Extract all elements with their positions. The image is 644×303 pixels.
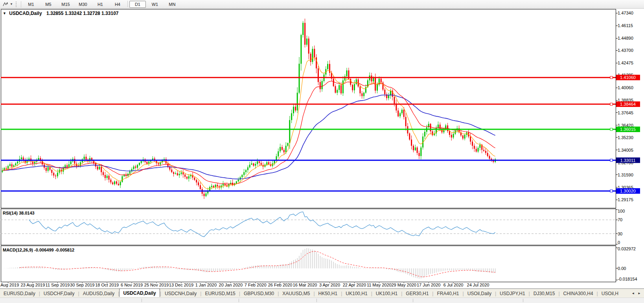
svg-text:1.43700: 1.43700 bbox=[618, 48, 633, 53]
status-bar-separator bbox=[316, 299, 317, 302]
chart-tab-fra40-h1[interactable]: FRA40,H1 bbox=[433, 290, 462, 297]
svg-text:1.31590: 1.31590 bbox=[618, 173, 633, 177]
svg-text:70: 70 bbox=[618, 217, 622, 222]
chart-ohlc-values: 1.32855 1.33242 1.32728 1.33107 bbox=[46, 11, 119, 16]
rsi-indicator-label: RSI(14) 38.0143 bbox=[3, 211, 35, 215]
svg-text:6 Jul 2020: 6 Jul 2020 bbox=[443, 283, 464, 287]
svg-text:1.41060: 1.41060 bbox=[620, 75, 636, 80]
svg-text:22 Apr 2020: 22 Apr 2020 bbox=[343, 283, 366, 287]
chart-tab-eurusd-m15[interactable]: EURUSD,M15 bbox=[201, 290, 239, 297]
toolbar-separator bbox=[127, 1, 128, 7]
timeframe-buttons: M1M5M15M30H1H4D1W1MN bbox=[22, 1, 181, 8]
time-axis[interactable]: 5 Aug 201923 Aug 201911 Sep 201930 Sep 2… bbox=[0, 282, 489, 287]
macd-axis: 0.0329720.00-0.018154 bbox=[616, 246, 637, 281]
chart-tab-uk100-h1[interactable]: UK100,H1 bbox=[372, 290, 401, 297]
svg-text:1.44890: 1.44890 bbox=[618, 36, 633, 40]
svg-text:24 Jul 2020: 24 Jul 2020 bbox=[467, 283, 489, 287]
timeframe-button-m15[interactable]: M15 bbox=[57, 1, 74, 8]
tab-scroll-left-icon[interactable]: ◄ bbox=[630, 291, 636, 296]
svg-text:0: 0 bbox=[618, 240, 620, 245]
svg-text:5 Aug 2019: 5 Aug 2019 bbox=[0, 283, 19, 287]
chart-tab-china300-h4[interactable]: CHINA300,H4 bbox=[560, 290, 597, 297]
svg-text:11 Sep 2019: 11 Sep 2019 bbox=[46, 283, 70, 287]
timeframe-button-m5[interactable]: M5 bbox=[40, 1, 57, 8]
chart-tab-usdcad-daily[interactable]: USDCAD,Daily bbox=[119, 288, 160, 297]
toolbar-grip[interactable] bbox=[16, 2, 18, 7]
svg-text:25 Nov 2019: 25 Nov 2019 bbox=[144, 283, 169, 287]
svg-text:0.00: 0.00 bbox=[618, 266, 626, 271]
chart-tab-eurusd-daily[interactable]: EURUSD,Daily bbox=[0, 290, 39, 297]
chart-tab-usdcnh-daily[interactable]: USDCNH,Daily bbox=[161, 290, 200, 297]
rsi-axis: 10070300 bbox=[616, 209, 625, 245]
timeframe-button-m1[interactable]: M1 bbox=[23, 1, 39, 8]
svg-text:-0.018154: -0.018154 bbox=[618, 277, 637, 281]
tab-scroll-buttons: ◄ ► bbox=[630, 291, 644, 296]
status-bar-separator bbox=[142, 299, 142, 302]
svg-text:16 Mar 2020: 16 Mar 2020 bbox=[293, 283, 317, 287]
timeframe-button-d1[interactable]: D1 bbox=[129, 1, 146, 8]
svg-text:18 Oct 2019: 18 Oct 2019 bbox=[95, 283, 119, 287]
svg-text:0.032972: 0.032972 bbox=[618, 246, 636, 251]
svg-text:1.29175: 1.29175 bbox=[618, 197, 633, 202]
chart-tab-audusd-daily[interactable]: AUDUSD,Daily bbox=[79, 290, 118, 297]
svg-text:1.47340: 1.47340 bbox=[618, 11, 633, 15]
chart-tab-usdchf-daily[interactable]: USDCHF,Daily bbox=[40, 290, 78, 297]
svg-text:1.38464: 1.38464 bbox=[620, 102, 636, 107]
top-toolbar: ▼ M1M5M15M30H1H4D1W1MN bbox=[0, 0, 644, 9]
chart-tab-bar: EURUSD,Daily|USDCHF,Daily|AUDUSD,Daily|U… bbox=[0, 288, 644, 298]
svg-text:30 Sep 2019: 30 Sep 2019 bbox=[70, 283, 94, 287]
svg-text:100: 100 bbox=[618, 209, 625, 213]
chart-tab-gbpusd-m30[interactable]: GBPUSD,M30 bbox=[240, 290, 278, 297]
chart-tab-xauusd-m5[interactable]: XAUUSD,M5 bbox=[279, 290, 313, 297]
chart-symbol: USDCAD,Daily bbox=[9, 11, 42, 16]
svg-text:7 Feb 2020: 7 Feb 2020 bbox=[245, 283, 267, 287]
status-bar bbox=[0, 297, 644, 303]
svg-text:11 May 2020: 11 May 2020 bbox=[367, 283, 392, 287]
chart-canvas[interactable]: 1.473401.461151.448901.437001.424751.412… bbox=[0, 0, 644, 288]
toolbar-separator bbox=[21, 1, 21, 7]
svg-text:26 Feb 2020: 26 Feb 2020 bbox=[268, 283, 293, 287]
svg-text:6 Nov 2019: 6 Nov 2019 bbox=[121, 283, 143, 287]
timeframe-button-w1[interactable]: W1 bbox=[147, 1, 163, 8]
svg-text:1.30020: 1.30020 bbox=[620, 189, 636, 193]
svg-text:1.33011: 1.33011 bbox=[620, 158, 636, 163]
tab-scroll-right-icon[interactable]: ► bbox=[636, 291, 642, 296]
chart-tab-ger30-h1[interactable]: GER30,H1 bbox=[402, 290, 432, 297]
trading-terminal: { "toolbar": { "tool_icon": "cursor-tool… bbox=[0, 0, 644, 303]
cursor-tool-button[interactable]: ▼ bbox=[0, 0, 15, 8]
svg-text:1.36015: 1.36015 bbox=[620, 127, 636, 132]
svg-text:1.37645: 1.37645 bbox=[618, 110, 633, 115]
svg-text:1 Jan 2020: 1 Jan 2020 bbox=[195, 283, 217, 287]
chart-tab-hk50-h1[interactable]: HK50,H1 bbox=[315, 290, 341, 297]
chart-tab-uk100-h1[interactable]: UK100,H1 bbox=[342, 290, 371, 297]
svg-text:29 May 2020: 29 May 2020 bbox=[391, 283, 416, 287]
svg-text:17 Jun 2020: 17 Jun 2020 bbox=[417, 283, 441, 287]
chart-tabs: EURUSD,Daily|USDCHF,Daily|AUDUSD,Daily|U… bbox=[0, 290, 622, 297]
timeframe-button-m30[interactable]: M30 bbox=[75, 1, 91, 8]
svg-text:3 Apr 2020: 3 Apr 2020 bbox=[319, 283, 340, 287]
status-bar-separator bbox=[239, 299, 239, 302]
svg-text:1.42475: 1.42475 bbox=[618, 61, 633, 65]
svg-text:20 Jan 2020: 20 Jan 2020 bbox=[219, 283, 243, 287]
svg-text:1.40060: 1.40060 bbox=[618, 85, 633, 90]
svg-text:1.34005: 1.34005 bbox=[618, 148, 633, 152]
status-bar-separator bbox=[523, 299, 523, 302]
status-bar-separator bbox=[413, 299, 413, 302]
svg-text:1.35230: 1.35230 bbox=[618, 135, 633, 140]
timeframe-button-h1[interactable]: H1 bbox=[92, 1, 109, 8]
macd-indicator-label: MACD(12,26,9) -0.006499 -0.005812 bbox=[3, 248, 74, 252]
chart-tab-usoil-daily[interactable]: USOil,Daily bbox=[464, 290, 495, 297]
chart-tab-dj30-m15[interactable]: DJ30,M15 bbox=[530, 290, 559, 297]
svg-text:1.46115: 1.46115 bbox=[618, 23, 633, 28]
chevron-down-icon: ▼ bbox=[10, 2, 13, 6]
chart-tab-usoil-h[interactable]: USOil,H bbox=[598, 290, 622, 297]
cursor-tool-icon bbox=[2, 2, 9, 7]
svg-text:13 Dec 2019: 13 Dec 2019 bbox=[169, 283, 193, 287]
chart-title: ▼ USDCAD,Daily 1.32855 1.33242 1.32728 1… bbox=[3, 11, 118, 16]
timeframe-button-mn[interactable]: MN bbox=[164, 1, 180, 8]
chart-tab-usdjpy-h1[interactable]: USDJPY,H1 bbox=[496, 290, 528, 297]
svg-text:30: 30 bbox=[618, 231, 622, 236]
collapse-triangle-icon[interactable]: ▼ bbox=[3, 11, 6, 15]
svg-text:23 Aug 2019: 23 Aug 2019 bbox=[21, 283, 45, 287]
timeframe-button-h4[interactable]: H4 bbox=[109, 1, 126, 8]
